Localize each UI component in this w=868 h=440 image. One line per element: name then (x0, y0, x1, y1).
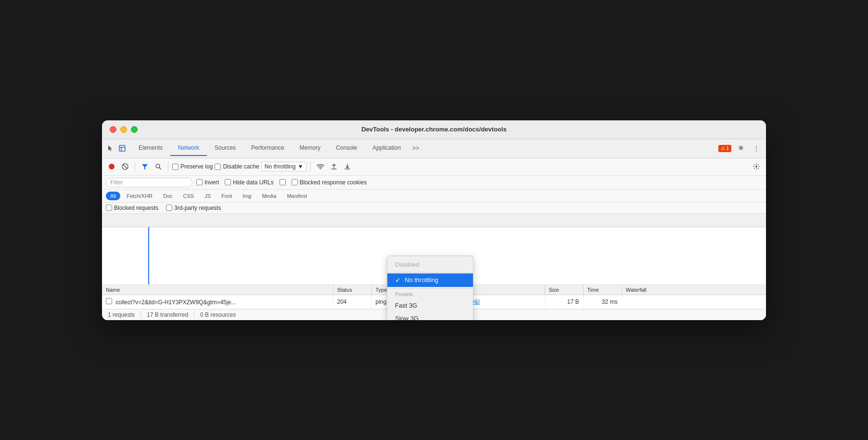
checkmark-icon: ✓ (395, 276, 401, 284)
slow-3g-label: Slow 3G (395, 315, 419, 320)
filter-input-wrap (106, 178, 192, 187)
inspect-icon[interactable] (117, 143, 127, 153)
devtools-body: Elements Network Sources Performance Mem… (102, 139, 766, 320)
svg-point-3 (109, 164, 115, 169)
disable-cache-input[interactable] (215, 164, 221, 170)
dropdown-disabled: Disabled (387, 258, 473, 271)
tab-performance[interactable]: Performance (243, 141, 292, 156)
has-blocked-cookies-input[interactable] (280, 179, 286, 185)
res-type-manifest[interactable]: Manifest (282, 192, 311, 200)
window-title: DevTools - developer.chrome.com/docs/dev… (361, 126, 507, 133)
res-type-all[interactable]: All (106, 192, 120, 200)
cell-name: collect?v=2&tid=G-H1Y3PXZW9Q&gtm=45je... (102, 295, 333, 309)
close-button[interactable] (110, 126, 116, 133)
fast-3g-label: Fast 3G (395, 302, 417, 309)
download-icon[interactable] (342, 161, 353, 172)
settings-icon[interactable] (735, 142, 747, 154)
clear-button[interactable] (119, 161, 131, 172)
hide-data-urls-label: Hide data URLs (233, 179, 274, 186)
notification-icon: ⚠ (721, 146, 725, 151)
wifi-icon[interactable] (315, 161, 326, 172)
preserve-log-checkbox[interactable]: Preserve log (172, 163, 213, 170)
blocked-requests-checkbox[interactable]: Blocked requests (106, 205, 158, 211)
tabs: Elements Network Sources Performance Mem… (131, 141, 718, 156)
svg-point-12 (755, 166, 757, 168)
col-header-waterfall[interactable]: Waterfall (622, 285, 766, 295)
hide-data-urls-input[interactable] (225, 179, 231, 185)
hide-data-urls-checkbox[interactable]: Hide data URLs (225, 179, 274, 186)
res-type-doc[interactable]: Doc (159, 192, 177, 200)
tab-console[interactable]: Console (328, 141, 365, 156)
filter-input[interactable] (110, 179, 187, 186)
tab-network[interactable]: Network (170, 141, 207, 156)
tab-icons (106, 143, 127, 153)
svg-line-5 (123, 165, 127, 168)
filter-icon[interactable] (139, 161, 151, 172)
more-options-icon[interactable]: ⋮ (751, 142, 762, 154)
col-header-status[interactable]: Status (333, 285, 371, 295)
blocked-response-checkbox[interactable]: Blocked response cookies (292, 179, 367, 186)
svg-marker-6 (142, 164, 148, 169)
tab-bar: Elements Network Sources Performance Mem… (102, 139, 766, 158)
dropdown-fast-3g[interactable]: Fast 3G (387, 299, 473, 312)
network-settings-icon[interactable] (751, 161, 762, 172)
throttle-value: No throttling (265, 163, 296, 170)
filter-checkboxes: Invert Hide data URLs Blocked response c… (196, 179, 367, 186)
throttle-select[interactable]: No throttling ▼ (261, 162, 307, 171)
svg-point-9 (320, 168, 321, 169)
dropdown-no-throttling-label: No throttling (405, 276, 438, 284)
invert-input[interactable] (196, 179, 203, 185)
tab-memory[interactable]: Memory (292, 141, 328, 156)
status-requests: 1 requests (108, 311, 141, 318)
presets-label: Presets (387, 289, 473, 299)
invert-label: Invert (204, 179, 219, 186)
third-party-checkbox[interactable]: 3rd-party requests (166, 205, 221, 211)
svg-rect-0 (119, 145, 125, 151)
notification-badge[interactable]: ⚠ 1 (718, 145, 731, 152)
more-tabs-button[interactable]: >> (408, 141, 423, 155)
invert-checkbox[interactable]: Invert (196, 179, 219, 186)
cell-size: 17 B (545, 295, 583, 309)
row-checkbox[interactable] (106, 298, 112, 304)
extra-filter-row: Blocked requests 3rd-party requests (102, 203, 766, 214)
disable-cache-checkbox[interactable]: Disable cache (215, 163, 259, 170)
third-party-input[interactable] (166, 205, 172, 211)
upload-icon[interactable] (328, 161, 340, 172)
throttle-dropdown-icon: ▼ (297, 163, 303, 170)
svg-line-8 (159, 168, 161, 169)
res-type-css[interactable]: CSS (179, 192, 199, 200)
dropdown-no-throttling[interactable]: ✓ No throttling (387, 273, 473, 287)
res-type-font[interactable]: Font (217, 192, 236, 200)
has-blocked-cookies-checkbox[interactable] (280, 179, 286, 185)
minimize-button[interactable] (120, 126, 127, 133)
res-type-img[interactable]: Img (238, 192, 255, 200)
cursor-icon[interactable] (106, 143, 115, 153)
search-icon[interactable] (153, 161, 164, 172)
blocked-response-input[interactable] (292, 179, 298, 185)
devtools-window: DevTools - developer.chrome.com/docs/dev… (102, 120, 766, 320)
res-type-js[interactable]: JS (200, 192, 215, 200)
dropdown-disabled-label: Disabled (395, 261, 420, 268)
tab-application[interactable]: Application (365, 141, 408, 156)
tab-elements[interactable]: Elements (131, 141, 170, 156)
resource-type-bar: All Fetch/XHR Doc CSS JS Font Img Media … (102, 190, 766, 203)
col-header-size[interactable]: Size (545, 285, 583, 295)
col-header-name[interactable]: Name (102, 285, 333, 295)
cell-waterfall (622, 295, 766, 309)
status-resources: 0 B resources (194, 311, 242, 318)
throttle-dropdown: Disabled ✓ No throttling Presets Fast 3G… (387, 256, 473, 320)
res-type-fetch-xhr[interactable]: Fetch/XHR (122, 192, 157, 200)
tab-sources[interactable]: Sources (207, 141, 243, 156)
col-header-time[interactable]: Time (583, 285, 622, 295)
dropdown-slow-3g[interactable]: Slow 3G (387, 312, 473, 320)
third-party-label: 3rd-party requests (174, 205, 221, 211)
record-stop-button[interactable] (106, 161, 117, 172)
devtools-content: Preserve log Disable cache No throttling… (102, 158, 766, 320)
row-name: collect?v=2&tid=G-H1Y3PXZW9Q&gtm=45je... (115, 299, 236, 306)
maximize-button[interactable] (131, 126, 138, 133)
blocked-requests-input[interactable] (106, 205, 112, 211)
blocked-response-label: Blocked response cookies (300, 179, 367, 186)
cell-status: 204 (333, 295, 371, 309)
preserve-log-input[interactable] (172, 164, 179, 170)
res-type-media[interactable]: Media (257, 192, 281, 200)
